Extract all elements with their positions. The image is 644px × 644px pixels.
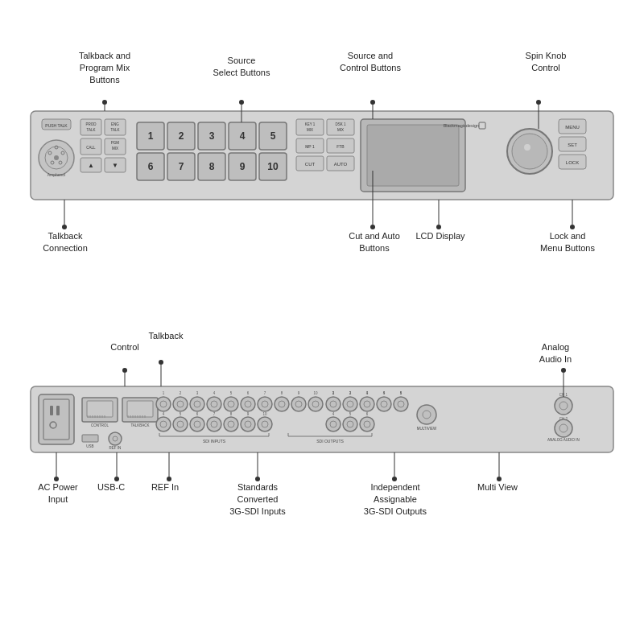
- svg-point-206: [102, 100, 107, 105]
- svg-point-165: [194, 421, 200, 427]
- svg-text:AUTO: AUTO: [334, 162, 348, 167]
- svg-text:▲: ▲: [88, 162, 94, 169]
- svg-point-118: [207, 397, 221, 411]
- svg-text:CONTROL: CONTROL: [91, 423, 109, 427]
- svg-point-218: [436, 225, 441, 229]
- svg-rect-1: [42, 119, 71, 130]
- svg-text:LOCK: LOCK: [566, 160, 579, 165]
- svg-text:6: 6: [366, 412, 369, 416]
- svg-rect-37: [137, 153, 164, 180]
- svg-point-141: [347, 401, 353, 407]
- svg-point-130: [262, 401, 268, 407]
- svg-text:4: 4: [163, 412, 165, 416]
- svg-point-181: [360, 417, 374, 431]
- svg-rect-15: [105, 119, 126, 135]
- svg-text:1: 1: [163, 391, 165, 395]
- svg-text:4: 4: [366, 391, 369, 395]
- svg-point-116: [190, 397, 204, 411]
- svg-point-222: [122, 368, 127, 373]
- svg-point-6: [55, 146, 58, 149]
- svg-text:DSK 1: DSK 1: [335, 122, 346, 126]
- svg-point-201: [559, 402, 568, 410]
- svg-text:PROD: PROD: [85, 122, 97, 126]
- label-talkback-connection: TalkbackConnection: [29, 230, 101, 254]
- svg-point-134: [295, 401, 302, 407]
- svg-point-65: [507, 129, 552, 174]
- svg-point-67: [524, 144, 530, 151]
- label-source-select: SourceSelect Buttons: [205, 55, 278, 79]
- svg-text:MP 1: MP 1: [305, 144, 315, 149]
- svg-text:8: 8: [230, 412, 233, 416]
- svg-text:4: 4: [213, 391, 216, 395]
- svg-point-129: [258, 397, 272, 411]
- svg-point-142: [360, 397, 374, 411]
- svg-text:TALK: TALK: [111, 128, 120, 132]
- svg-point-212: [536, 100, 541, 105]
- svg-text:5: 5: [349, 412, 352, 416]
- label-talkback-back: Talkback: [142, 330, 190, 342]
- svg-text:7: 7: [179, 161, 184, 172]
- svg-text:MIX: MIX: [337, 128, 344, 132]
- svg-point-7: [61, 151, 64, 155]
- label-spin-knob: Spin KnobControl: [514, 50, 578, 74]
- svg-rect-29: [167, 122, 195, 150]
- svg-text:2: 2: [332, 391, 335, 395]
- svg-point-147: [398, 401, 404, 407]
- svg-rect-0: [31, 111, 613, 200]
- svg-point-117: [194, 401, 200, 407]
- svg-rect-76: [43, 399, 69, 440]
- svg-text:9: 9: [240, 161, 246, 172]
- svg-point-143: [364, 401, 370, 407]
- svg-rect-12: [80, 119, 101, 135]
- svg-text:TALK: TALK: [87, 128, 96, 132]
- svg-rect-27: [137, 122, 164, 150]
- label-usb-c: USB-C: [87, 481, 135, 493]
- svg-rect-43: [229, 153, 256, 180]
- front-panel-svg: PUSH TALK Amphenol PROD TALK ENG TALK CA…: [0, 0, 644, 644]
- svg-point-186: [113, 436, 118, 441]
- svg-rect-47: [296, 119, 324, 135]
- svg-point-172: [258, 417, 272, 431]
- svg-text:10: 10: [313, 391, 318, 395]
- svg-text:6: 6: [148, 161, 154, 172]
- svg-rect-31: [198, 122, 225, 150]
- svg-text:CH 2: CH 2: [559, 417, 568, 421]
- diagram-container: Talkback andProgram Mix Buttons SourceSe…: [0, 0, 644, 644]
- svg-point-180: [347, 421, 353, 427]
- svg-text:9: 9: [247, 412, 250, 416]
- svg-point-220: [570, 225, 575, 229]
- svg-point-164: [190, 417, 204, 431]
- svg-point-112: [156, 397, 171, 411]
- svg-point-182: [364, 421, 370, 427]
- label-source-control: Source andControl Buttons: [334, 50, 407, 74]
- svg-point-178: [330, 421, 336, 427]
- svg-text:2: 2: [180, 391, 182, 395]
- svg-point-203: [555, 419, 572, 437]
- svg-point-162: [173, 417, 188, 431]
- svg-text:SDI OUTPUTS: SDI OUTPUTS: [316, 439, 344, 444]
- svg-text:8: 8: [281, 391, 283, 395]
- svg-point-10: [51, 161, 54, 164]
- svg-text:MIX: MIX: [307, 128, 313, 132]
- svg-text:ANALOG AUDIO IN: ANALOG AUDIO IN: [547, 438, 580, 442]
- svg-point-5: [54, 155, 59, 160]
- svg-text:SET: SET: [568, 142, 577, 147]
- svg-point-140: [343, 397, 357, 411]
- svg-point-161: [160, 421, 167, 427]
- svg-rect-25: [105, 158, 126, 172]
- svg-rect-70: [559, 137, 586, 151]
- svg-point-216: [370, 225, 375, 229]
- svg-text:6: 6: [196, 412, 199, 416]
- svg-text:ENG: ENG: [111, 122, 119, 126]
- svg-text:10: 10: [267, 161, 279, 172]
- svg-rect-80: [82, 398, 118, 422]
- svg-text:9: 9: [298, 391, 300, 395]
- svg-point-8: [48, 151, 52, 155]
- svg-point-4: [45, 147, 68, 169]
- label-analog-audio: AnalogAudio In: [523, 341, 588, 365]
- svg-point-9: [59, 161, 62, 164]
- svg-point-208: [239, 100, 244, 105]
- svg-text:4: 4: [383, 391, 386, 395]
- svg-point-197: [423, 411, 431, 419]
- svg-rect-75: [39, 394, 74, 444]
